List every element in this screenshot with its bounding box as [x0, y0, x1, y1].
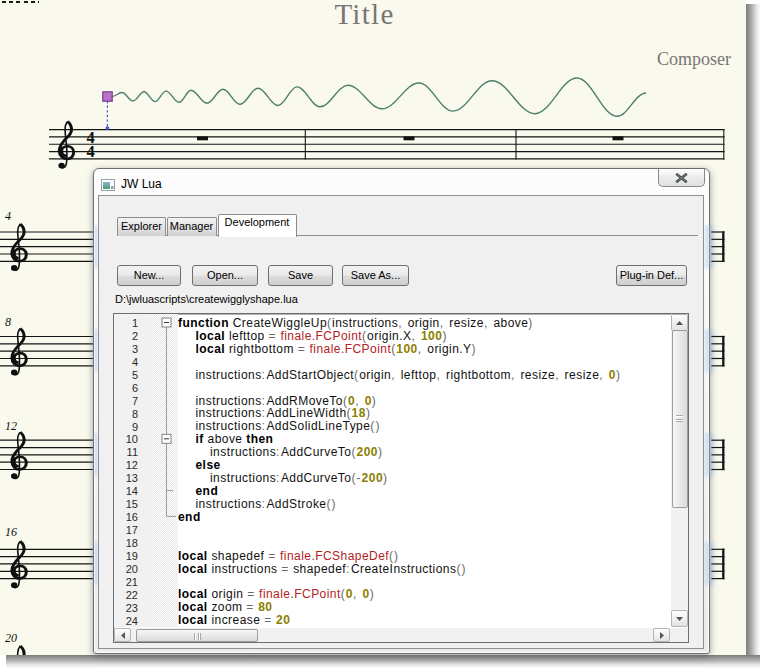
svg-text:4: 4	[86, 142, 94, 161]
